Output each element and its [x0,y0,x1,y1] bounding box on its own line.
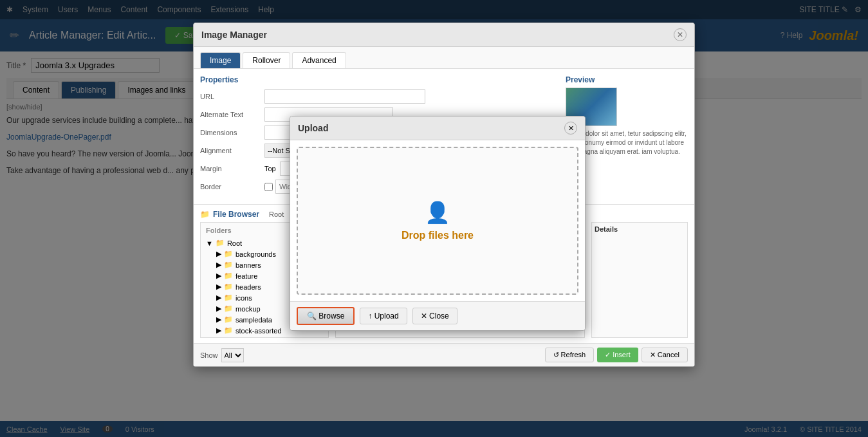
details-title: Details [595,225,685,233]
folder-icon-bg: 📁 [224,250,233,258]
file-browser-title: File Browser [213,210,259,219]
border-label: Border [200,183,264,191]
properties-heading: Properties [200,75,559,84]
folder-icon-sample: 📁 [224,315,233,324]
folder-label-feature: feature [235,272,257,280]
refresh-button[interactable]: ↺ Refresh [545,348,595,362]
insert-button[interactable]: ✓ Insert [597,348,638,362]
alt-text-label: Alternate Text [200,111,264,118]
folder-expand-icon-icons: ▶ [216,293,221,302]
folder-icon: 📁 [200,210,210,219]
dimensions-label: Dimensions [200,129,264,136]
cancel-footer-button[interactable]: ✕ Cancel [642,348,688,362]
close-upload-button[interactable]: ✕ Close [412,308,457,324]
folder-icon-feature: 📁 [224,272,233,280]
drop-icon: 👤 [425,200,450,225]
folder-icon-headers: 📁 [224,283,233,291]
folder-label-backgrounds: backgrounds [235,250,276,258]
root-folder-icon: 📁 [216,239,225,247]
folder-expand-icon-mockup: ▶ [216,304,221,313]
browse-button[interactable]: 🔍 Browse [297,307,355,325]
show-select[interactable]: All [221,348,244,362]
folder-label-banners: banners [235,261,261,269]
drop-text: Drop files here [402,230,474,241]
upload-modal: Upload ✕ 👤 Drop files here 🔍 Browse ↑ Up… [290,116,586,331]
url-input[interactable] [264,89,425,104]
url-row: URL [200,89,559,104]
margin-label: Margin [200,165,264,172]
folder-label-headers: headers [235,283,261,291]
folder-label-icons: icons [235,294,252,302]
folder-expand-icon-banners: ▶ [216,261,221,269]
upload-footer: 🔍 Browse ↑ Upload ✕ Close [290,301,585,330]
upload-header: Upload ✕ [290,116,585,140]
folder-expand-icon: ▼ [206,239,213,247]
folder-icon-stock: 📁 [224,326,233,335]
folder-expand-icon-headers: ▶ [216,283,221,291]
root-folder-label: Root [227,239,242,247]
image-tabs: Image Rollover Advanced [194,47,694,69]
upload-title: Upload [298,123,328,133]
drop-zone[interactable]: 👤 Drop files here [297,147,578,295]
folder-expand-icon-stock: ▶ [216,326,221,335]
root-label: Root [269,210,284,218]
tab-image[interactable]: Image [200,52,241,68]
tab-advanced[interactable]: Advanced [292,52,346,68]
folder-icon-mockup: 📁 [224,304,233,313]
footer-buttons: ↺ Refresh ✓ Insert ✕ Cancel [545,348,688,362]
folder-expand-icon-sample: ▶ [216,315,221,324]
upload-action-button[interactable]: ↑ Upload [360,308,407,324]
image-manager-footer: Show All ↺ Refresh ✓ Insert ✕ Cancel [194,343,694,366]
border-checkbox[interactable] [264,183,273,191]
image-manager-close-button[interactable]: ✕ [674,28,687,41]
show-label: Show [200,351,218,359]
upload-body: 👤 Drop files here [290,140,585,301]
alignment-label: Alignment [200,147,264,154]
url-label: URL [200,93,264,100]
margin-value: Top [264,165,276,172]
tab-rollover[interactable]: Rollover [243,52,290,68]
image-manager-title: Image Manager [201,30,267,40]
folder-label-sampledata: sampledata [235,316,272,324]
folder-label-stock: stock-assorted [235,327,282,335]
details-panel: Details [591,222,688,338]
upload-close-button[interactable]: ✕ [564,122,577,135]
image-manager-header: Image Manager ✕ [194,23,694,47]
folder-label-mockup: mockup [235,305,261,313]
folder-expand-icon-bg: ▶ [216,250,221,258]
folder-expand-icon-feature: ▶ [216,272,221,280]
folder-icon-banners: 📁 [224,261,233,269]
preview-heading: Preview [566,75,688,84]
folder-icon-icons: 📁 [224,293,233,302]
